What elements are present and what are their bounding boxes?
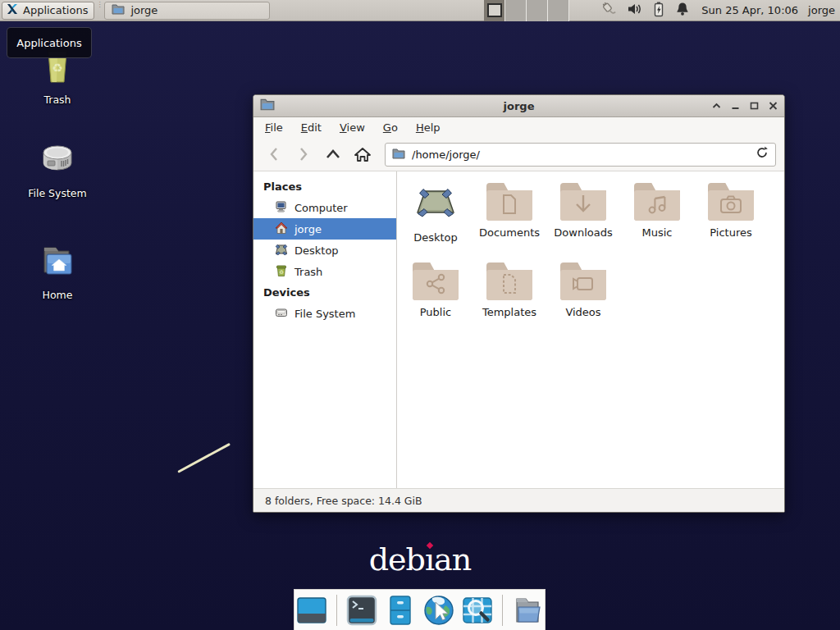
panel-clock[interactable]: Sun 25 Apr, 10:06 bbox=[701, 4, 798, 16]
back-button[interactable] bbox=[262, 143, 286, 166]
taskbar-button-jorge[interactable]: jorge bbox=[104, 2, 270, 20]
folder-icon-templates bbox=[486, 262, 532, 300]
folder-item-music[interactable]: Music bbox=[620, 178, 694, 258]
folder-label: Music bbox=[642, 226, 673, 239]
folder-item-downloads[interactable]: Downloads bbox=[546, 178, 620, 258]
menu-help[interactable]: Help bbox=[416, 121, 441, 134]
location-bar[interactable] bbox=[385, 143, 776, 167]
notifications-icon[interactable] bbox=[675, 1, 690, 21]
folder-item-desktop[interactable]: Desktop bbox=[399, 178, 472, 258]
terminal-icon[interactable] bbox=[345, 594, 378, 627]
drive-icon bbox=[275, 306, 288, 322]
applications-tooltip: Applications bbox=[7, 27, 92, 58]
status-bar: 8 folders, Free space: 14.4 GiB bbox=[253, 488, 784, 512]
system-tray bbox=[600, 1, 690, 21]
maximize-button[interactable] bbox=[750, 102, 759, 110]
menu-file[interactable]: File bbox=[265, 121, 283, 134]
folder-icon-public bbox=[413, 262, 459, 300]
close-button[interactable] bbox=[769, 102, 778, 110]
sidebar: Places Computer bbox=[253, 171, 397, 488]
folder-item-public[interactable]: Public bbox=[399, 258, 472, 337]
folder-icon-downloads bbox=[560, 183, 606, 221]
folder-label: Documents bbox=[479, 226, 540, 239]
workspace-switcher bbox=[484, 0, 569, 21]
menu-view[interactable]: View bbox=[340, 121, 365, 134]
folder-item-pictures[interactable]: Pictures bbox=[694, 178, 768, 258]
workspace-2[interactable] bbox=[505, 0, 527, 21]
dock-separator bbox=[336, 595, 337, 626]
window-title: jorge bbox=[317, 100, 720, 112]
svg-text:♻: ♻ bbox=[52, 61, 62, 75]
folder-icon-documents bbox=[486, 183, 532, 221]
reload-icon[interactable] bbox=[756, 146, 769, 162]
sidebar-item-label: File System bbox=[294, 308, 355, 320]
web-browser-icon[interactable] bbox=[422, 594, 455, 627]
file-cabinet-icon[interactable] bbox=[384, 594, 417, 627]
path-input[interactable] bbox=[412, 148, 749, 161]
hard-drive-icon bbox=[38, 139, 77, 182]
folder-label: Desktop bbox=[413, 231, 458, 244]
menu-bar: File Edit View Go Help bbox=[253, 117, 784, 138]
task-button-label: jorge bbox=[130, 4, 158, 16]
folder-label: Videos bbox=[565, 306, 600, 318]
folder-label: Public bbox=[420, 306, 451, 318]
trash-small-icon: ♻ bbox=[275, 264, 288, 280]
shade-button[interactable] bbox=[712, 102, 721, 110]
tooltip-text: Applications bbox=[16, 37, 81, 49]
sidebar-item-label: jorge bbox=[294, 223, 322, 235]
sidebar-item-trash[interactable]: ♻ Trash bbox=[253, 261, 396, 282]
title-bar[interactable]: jorge bbox=[253, 95, 784, 117]
workspace-4[interactable] bbox=[548, 0, 569, 21]
computer-icon bbox=[275, 200, 288, 216]
workspace-window-thumb bbox=[487, 3, 502, 17]
directory-menu-icon[interactable] bbox=[511, 594, 544, 627]
sidebar-item-file-system[interactable]: File System bbox=[253, 303, 396, 324]
sidebar-header-devices: Devices bbox=[253, 282, 396, 303]
svg-text:♻: ♻ bbox=[279, 268, 284, 275]
sidebar-item-desktop[interactable]: Desktop bbox=[253, 240, 396, 261]
menu-edit[interactable]: Edit bbox=[301, 121, 322, 134]
home-button[interactable] bbox=[350, 143, 375, 166]
folder-icon-videos bbox=[560, 262, 606, 300]
folder-icon bbox=[112, 3, 125, 17]
dock-separator bbox=[502, 595, 503, 626]
folder-icon-music bbox=[634, 183, 680, 221]
workspace-1[interactable] bbox=[484, 0, 505, 21]
network-icon[interactable] bbox=[600, 1, 617, 21]
forward-button[interactable] bbox=[291, 143, 316, 166]
folder-item-documents[interactable]: Documents bbox=[472, 178, 546, 258]
application-finder-icon[interactable] bbox=[461, 594, 494, 627]
file-manager-window: jorge File Edit View Go Help bbox=[253, 94, 785, 513]
sidebar-item-jorge[interactable]: jorge bbox=[253, 218, 396, 240]
panel-user-menu[interactable]: jorge bbox=[808, 4, 835, 16]
folder-item-videos[interactable]: Videos bbox=[546, 258, 620, 337]
workspace-3[interactable] bbox=[527, 0, 548, 21]
desktop: Applications ⋮ jorge bbox=[0, 0, 840, 630]
battery-icon[interactable] bbox=[651, 1, 666, 21]
desktop-icon-home[interactable]: Home bbox=[12, 241, 103, 301]
desktop-surface-icon bbox=[412, 183, 459, 226]
debian-logo: debıan bbox=[0, 541, 840, 578]
folder-icon-pictures bbox=[708, 183, 754, 221]
desktop-icon-label: File System bbox=[28, 187, 87, 199]
desktop-icon bbox=[275, 243, 288, 258]
home-folder-icon bbox=[38, 241, 77, 284]
sidebar-item-label: Computer bbox=[294, 202, 348, 214]
status-text: 8 folders, Free space: 14.4 GiB bbox=[265, 495, 422, 507]
desktop-icon-file-system[interactable]: File System bbox=[12, 139, 103, 199]
debian-logo-text: deb bbox=[369, 541, 425, 578]
minimize-button[interactable] bbox=[731, 102, 740, 110]
sidebar-item-computer[interactable]: Computer bbox=[253, 197, 396, 218]
show-desktop-icon[interactable] bbox=[295, 594, 328, 627]
window-folder-icon bbox=[260, 98, 275, 114]
folder-item-templates[interactable]: Templates bbox=[472, 258, 546, 337]
panel-handle[interactable]: ⋮ bbox=[96, 2, 102, 19]
folder-label: Downloads bbox=[554, 226, 612, 239]
applications-button[interactable]: Applications bbox=[2, 2, 94, 20]
folder-label: Templates bbox=[482, 306, 536, 318]
up-button[interactable] bbox=[321, 143, 345, 166]
folder-label: Pictures bbox=[710, 226, 751, 239]
toolbar bbox=[253, 138, 784, 171]
menu-go[interactable]: Go bbox=[383, 121, 398, 134]
volume-icon[interactable] bbox=[626, 1, 642, 21]
